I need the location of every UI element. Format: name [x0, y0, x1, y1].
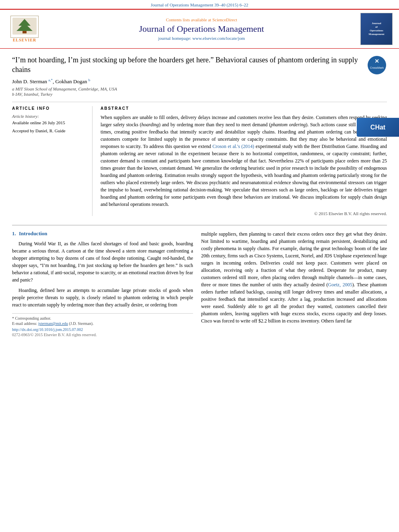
article-title: “I’m not hoarding, I’m just stocking up …	[12, 55, 363, 75]
article-affiliations: a MIT Sloan School of Management, Cambri…	[12, 86, 363, 97]
abstract-heading: ABSTRACT	[101, 106, 387, 111]
footnotes-section: * Corresponding author. E-mail address: …	[12, 313, 193, 326]
journal-reference: Journal of Operations Management 39–40 (…	[0, 0, 399, 9]
journal-title: Journal of Operations Management	[47, 24, 356, 34]
goetz-link[interactable]: Goetz, 2005	[328, 282, 352, 288]
homepage-label: journal homepage:	[158, 36, 191, 41]
title-divider	[12, 102, 387, 102]
article-title-section: “I’m not hoarding, I’m just stocking up …	[12, 55, 387, 97]
article-info-heading: ARTICLE INFO	[12, 106, 86, 111]
chat-button[interactable]: CHat	[357, 118, 399, 137]
right-para1: multiple suppliers, then planning to can…	[201, 230, 387, 325]
article-body: “I’m not hoarding, I’m just stocking up …	[0, 49, 399, 220]
journal-cover-image: JournalofOperationsManagement	[360, 13, 393, 45]
accepted-by: Accepted by Daniel, R. Guide	[12, 128, 86, 133]
journal-homepage: journal homepage: www.elsevier.com/locat…	[47, 36, 356, 41]
elsevier-wordmark: ELSEVIER	[13, 38, 37, 42]
main-right-column: multiple suppliers, then planning to can…	[201, 230, 387, 337]
chat-button-label: CHat	[370, 124, 385, 131]
email-suffix: (J.D. Sterman).	[69, 321, 93, 326]
article-info-column: ARTICLE INFO Article history: Available …	[12, 106, 93, 216]
affiliation-a: a MIT Sloan School of Management, Cambri…	[12, 86, 363, 91]
contents-available-text: Contents lists available at	[166, 17, 211, 22]
intro-para2: Hoarding, defined here as attempts to ac…	[12, 287, 193, 308]
email-note: E-mail address: jsterman@mit.edu (J.D. S…	[12, 321, 193, 326]
email-label: E-mail address:	[12, 321, 37, 326]
journal-header: ELSEVIER Contents lists available at Sci…	[0, 9, 399, 49]
abstract-column: ABSTRACT When suppliers are unable to fi…	[101, 106, 387, 216]
abstract-text: When suppliers are unable to fill orders…	[101, 114, 387, 208]
crossmark-icon: ✕ CrossMark	[367, 55, 387, 75]
svg-text:CrossMark: CrossMark	[370, 66, 384, 69]
section-divider	[12, 225, 387, 226]
article-authors: John D. Sterman a,*, Gokhan Dogan b	[12, 78, 363, 85]
journal-header-center: Contents lists available at ScienceDirec…	[47, 17, 356, 41]
doi-text: http://dx.doi.org/10.1016/j.jom.2015.07.…	[12, 327, 83, 332]
croson-link[interactable]: Croson et al.'s (2014)	[212, 144, 254, 149]
elsevier-logo: ELSEVIER	[6, 16, 43, 42]
intro-para1: During World War II, as the Allies faced…	[12, 240, 193, 283]
available-online: Available online 26 July 2015	[12, 120, 86, 125]
doi-link[interactable]: http://dx.doi.org/10.1016/j.jom.2015.07.…	[12, 327, 193, 332]
journal-ref-text: Journal of Operations Management 39–40 (…	[151, 2, 249, 7]
corresponding-author-note: * Corresponding author.	[12, 316, 193, 320]
info-abstract-section: ARTICLE INFO Article history: Available …	[12, 106, 387, 216]
crossmark-badge: ✕ CrossMark	[367, 55, 387, 75]
sciencedirect-notice: Contents lists available at ScienceDirec…	[47, 17, 356, 22]
svg-text:✕: ✕	[374, 58, 379, 64]
article-title-area: “I’m not hoarding, I’m just stocking up …	[12, 55, 363, 97]
main-left-column: 1. Introduction During World War II, as …	[12, 230, 193, 337]
section-number: 1.	[12, 230, 16, 236]
section-intro-heading: 1. Introduction	[12, 230, 193, 237]
affiliation-b: b IAV, Istanbul, Turkey	[12, 92, 363, 97]
sciencedirect-link[interactable]: ScienceDirect	[212, 17, 237, 22]
history-label: Article history:	[12, 114, 86, 119]
copyright-notice: © 2015 Elsevier B.V. All rights reserved…	[101, 211, 387, 216]
corresponding-label: * Corresponding author.	[12, 316, 51, 320]
svg-rect-2	[23, 31, 27, 33]
email-link[interactable]: jsterman@mit.edu	[38, 321, 68, 326]
section-title: Introduction	[19, 230, 47, 236]
homepage-url[interactable]: www.elsevier.com/locate/jom	[192, 36, 245, 41]
elsevier-tree-icon	[10, 16, 39, 38]
main-content: 1. Introduction During World War II, as …	[0, 230, 399, 337]
rights-text: 0272-6963/© 2015 Elsevier B.V. All right…	[12, 333, 193, 337]
